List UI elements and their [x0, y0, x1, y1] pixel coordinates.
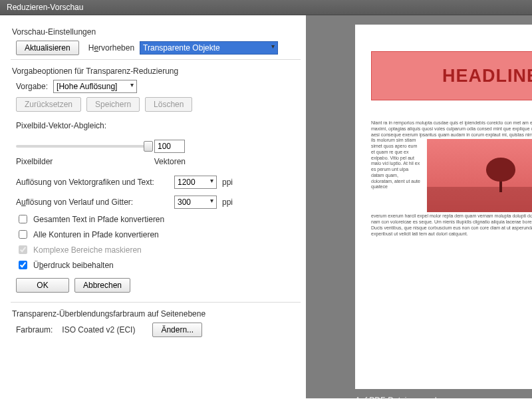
cb-overprint-box[interactable]: [19, 261, 27, 269]
headline-highlight: HEADLINE: [371, 51, 532, 100]
group-blend: Transparenz-Überblendungsfarbraum auf Se…: [12, 309, 295, 319]
group-preview: Vorschau-Einstellungen: [12, 27, 295, 37]
unit-ppi-1: ppi: [222, 178, 233, 187]
page-preview: HEADLINE Niant ra in remporios molupta c…: [355, 25, 532, 389]
image-highlight: [427, 139, 532, 212]
preview-area: HEADLINE Niant ra in remporios molupta c…: [306, 15, 532, 398]
refresh-button[interactable]: Aktualisieren: [16, 41, 79, 55]
window-title: Reduzieren-Vorschau: [7, 3, 83, 12]
balance-left-label: Pixelbilder: [16, 157, 53, 166]
gradient-res-label: Auflösung von Verlauf und Gitter:: [16, 198, 169, 207]
balance-label: Pixelbild-Vektor-Abgleich:: [16, 121, 295, 130]
body-text: Niant ra in remporios molupta cusdae qui…: [371, 120, 532, 237]
save-button: Speichern: [86, 97, 140, 112]
colorspace-value: ISO Coated v2 (ECI): [62, 325, 135, 334]
reset-button: Zurücksetzen: [16, 97, 81, 112]
cb-complex-mask-box: [19, 245, 27, 254]
cancel-button[interactable]: Abbrechen: [74, 278, 130, 293]
preset-label: Vorgabe:: [16, 82, 48, 91]
headline-text: HEADLINE: [442, 66, 532, 86]
cb-complex-mask: Komplexe Bereiche maskieren: [16, 243, 295, 256]
ok-button[interactable]: OK: [16, 278, 69, 293]
delete-button: Löschen: [145, 97, 192, 112]
unit-ppi-2: ppi: [222, 198, 233, 207]
apply-to-pdf-label: Auf PDF-Datei anwenden: [355, 396, 523, 398]
group-preset: Vorgabeoptionen für Transparenz-Reduzier…: [12, 66, 295, 76]
highlight-label: Hervorheben: [88, 43, 134, 53]
cb-text-paths-box[interactable]: [19, 215, 27, 223]
balance-value[interactable]: [154, 140, 185, 153]
cb-overprint[interactable]: Überdruck beibehalten: [16, 259, 295, 271]
settings-panel: Vorschau-Einstellungen Aktualisieren Her…: [0, 15, 306, 398]
change-button[interactable]: Ändern...: [152, 323, 202, 337]
vector-res-label: Auflösung von Vektorgrafiken und Text:: [16, 178, 169, 187]
balance-slider[interactable]: [16, 145, 149, 148]
vector-res-select[interactable]: 1200: [174, 176, 217, 189]
cb-text-paths[interactable]: Gesamten Text in Pfade konvertieren: [16, 213, 295, 225]
gradient-res-select[interactable]: 300: [174, 196, 217, 209]
cb-strokes-paths[interactable]: Alle Konturen in Pfade konvertieren: [16, 228, 295, 241]
preset-select[interactable]: [Hohe Auflösung]: [53, 80, 137, 93]
highlight-select[interactable]: Transparente Objekte: [140, 41, 278, 55]
slider-thumb[interactable]: [144, 141, 153, 152]
cb-strokes-paths-box[interactable]: [19, 230, 27, 239]
balance-right-label: Vektoren: [154, 157, 186, 166]
window-titlebar: Reduzieren-Vorschau: [0, 0, 532, 15]
colorspace-label: Farbraum:: [16, 325, 53, 334]
